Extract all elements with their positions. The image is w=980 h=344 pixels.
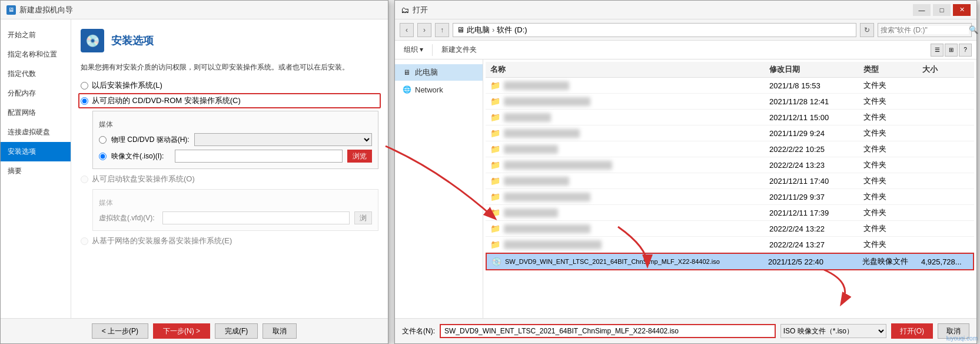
floppy-vfd-label: 虚拟软盘(.vfd)(V): xyxy=(99,213,158,223)
next-button[interactable]: 下一步(N) > xyxy=(153,323,210,339)
physical-drive-row: 物理 CD/DVD 驱动器(H): xyxy=(99,133,372,146)
dialog-sidebar: 🖥 此电脑 🌐 Network xyxy=(395,59,483,318)
minimize-button[interactable]: — xyxy=(913,4,931,16)
table-row[interactable]: 📁 ████████████████ 2021/11/29 9:37 文件夹 xyxy=(486,189,974,205)
option-cdrom[interactable]: 从可启动的 CD/DVD-ROM 安装操作系统(C) xyxy=(81,95,378,106)
view-buttons: ☰ ⊞ ? xyxy=(931,44,972,57)
filename-input[interactable] xyxy=(440,324,776,338)
blurred-filename: ██████████████████ xyxy=(504,240,602,249)
label-network[interactable]: 从基于网络的安装服务器安装操作系统(E) xyxy=(92,236,232,246)
radio-later[interactable] xyxy=(81,82,88,90)
wizard-description: 如果您拥有对安装介质的访问权限，则可以立即安装操作系统。或者也可以在后安装。 xyxy=(81,62,378,73)
col-modified[interactable]: 修改日期 xyxy=(769,64,863,75)
sidebar-computer-label: 此电脑 xyxy=(415,67,438,78)
back-nav-button[interactable]: ‹ xyxy=(400,23,414,37)
network-icon: 🌐 xyxy=(402,85,411,94)
label-floppy[interactable]: 从可启动软盘安装操作系统(O) xyxy=(92,174,195,184)
table-row[interactable]: 📁 ████████████ 2021/1/8 15:53 文件夹 xyxy=(486,78,974,94)
blurred-filename: ██████████████ xyxy=(504,129,580,138)
close-button[interactable]: ✕ xyxy=(953,4,971,16)
sidebar-item-network[interactable]: 配置网络 xyxy=(1,103,71,123)
col-name[interactable]: 名称 xyxy=(490,64,769,75)
file-name-cell: 📁 ██████████████ xyxy=(490,128,769,138)
table-row[interactable]: 📁 ████████████████ 2022/2/24 13:22 文件夹 xyxy=(486,221,974,237)
blurred-filename: ██████████ xyxy=(504,145,558,154)
floppy-media-label: 媒体 xyxy=(99,198,372,208)
sidebar-item-name[interactable]: 指定名称和位置 xyxy=(1,45,71,64)
option-network[interactable]: 从基于网络的安装服务器安装操作系统(E) xyxy=(81,236,378,246)
folder-icon: 📁 xyxy=(490,224,500,233)
sidebar-item-memory[interactable]: 分配内存 xyxy=(1,84,71,103)
label-cdrom[interactable]: 从可启动的 CD/DVD-ROM 安装操作系统(C) xyxy=(92,95,241,106)
table-row[interactable]: 📁 ██████████ 2022/2/22 10:25 文件夹 xyxy=(486,141,974,157)
breadcrumb: 🖥 此电脑 › 软件 (D:) xyxy=(453,23,856,37)
sidebar-item-network[interactable]: 🌐 Network xyxy=(395,82,483,97)
image-path-input[interactable]: D:\SW_DVD9_WIN_ENT_LTSC_2021_64BIT_ChnSi… xyxy=(175,150,343,163)
up-nav-button[interactable]: ↑ xyxy=(435,23,449,37)
search-box[interactable]: 🔍 xyxy=(878,23,972,37)
finish-button[interactable]: 完成(F) xyxy=(215,323,258,339)
wizard-cancel-button[interactable]: 取消 xyxy=(263,323,297,339)
sidebar-item-start[interactable]: 开始之前 xyxy=(1,25,71,45)
table-row[interactable]: 📁 ██████████ 2021/12/11 17:39 文件夹 xyxy=(486,205,974,221)
label-image[interactable]: 映像文件(.iso)(I): xyxy=(111,151,170,161)
sidebar-item-disk[interactable]: 连接虚拟硬盘 xyxy=(1,123,71,142)
sidebar-item-install[interactable]: 安装选项 xyxy=(1,142,71,161)
table-row[interactable]: 📁 ████████████████ 2021/11/28 12:41 文件夹 xyxy=(486,94,974,110)
help-button[interactable]: ? xyxy=(959,44,972,57)
wizard-title: 新建虚拟机向导 xyxy=(19,5,382,15)
table-row[interactable]: 📁 ██████████████ 2021/11/29 9:24 文件夹 xyxy=(486,125,974,141)
table-row[interactable]: 📁 ████████████ 2021/12/11 17:40 文件夹 xyxy=(486,173,974,189)
label-later[interactable]: 以后安装操作系统(L) xyxy=(92,80,162,91)
file-modified: 2021/12/5 22:40 xyxy=(768,257,862,266)
blurred-filename: ████████████ xyxy=(504,177,569,186)
file-modified: 2022/2/24 13:23 xyxy=(769,161,863,170)
file-modified: 2021/12/11 17:40 xyxy=(769,177,863,186)
table-row[interactable]: 📁 ████████ 2021/12/11 15:00 文件夹 xyxy=(486,110,974,125)
folder-icon: 📁 xyxy=(490,208,500,217)
wizard-icon: 🖥 xyxy=(6,5,16,15)
table-row[interactable]: 📁 ██████████████████ 2022/2/24 13:27 文件夹 xyxy=(486,237,974,253)
refresh-button[interactable]: ↻ xyxy=(860,23,874,37)
browse-button[interactable]: 浏览 xyxy=(347,150,372,163)
radio-cdrom[interactable] xyxy=(81,97,88,105)
option-later[interactable]: 以后安装操作系统(L) xyxy=(81,80,378,91)
open-button[interactable]: 打开(O) xyxy=(891,323,933,339)
file-modified: 2022/2/22 10:25 xyxy=(769,145,863,154)
watermark: luyouqi.com xyxy=(946,335,978,342)
breadcrumb-part2[interactable]: 软件 (D:) xyxy=(497,25,527,35)
sidebar-item-computer[interactable]: 🖥 此电脑 xyxy=(395,64,483,81)
sidebar-item-generation[interactable]: 指定代数 xyxy=(1,64,71,84)
option-floppy[interactable]: 从可启动软盘安装操作系统(O) xyxy=(81,174,378,184)
wizard-titlebar: 🖥 新建虚拟机向导 xyxy=(1,1,388,19)
sidebar-item-summary[interactable]: 摘要 xyxy=(1,161,71,181)
organize-button[interactable]: 组织 ▾ xyxy=(400,43,427,57)
iso-filename: SW_DVD9_WIN_ENT_LTSC_2021_64BIT_ChnSimp_… xyxy=(505,258,720,265)
back-button[interactable]: < 上一步(P) xyxy=(92,323,148,339)
view-list-button[interactable]: ⊞ xyxy=(945,44,958,57)
file-name-cell: 💿 SW_DVD9_WIN_ENT_LTSC_2021_64BIT_ChnSim… xyxy=(491,257,768,266)
radio-floppy[interactable] xyxy=(81,176,88,183)
physical-drive-select[interactable] xyxy=(194,133,372,146)
radio-physical[interactable] xyxy=(99,136,107,144)
blurred-filename: ████████ xyxy=(504,113,551,122)
forward-nav-button[interactable]: › xyxy=(417,23,431,37)
floppy-browse-button[interactable]: 浏 xyxy=(354,211,372,224)
view-details-button[interactable]: ☰ xyxy=(931,44,944,57)
media-section: 媒体 物理 CD/DVD 驱动器(H): 映像文件(.iso)(I): D:\S… xyxy=(92,111,378,169)
maximize-button[interactable]: □ xyxy=(933,4,951,16)
col-size[interactable]: 大小 xyxy=(922,64,969,75)
radio-network[interactable] xyxy=(81,237,88,245)
search-input[interactable] xyxy=(881,26,969,34)
iso-file-row[interactable]: 💿 SW_DVD9_WIN_ENT_LTSC_2021_64BIT_ChnSim… xyxy=(486,253,974,270)
label-physical[interactable]: 物理 CD/DVD 驱动器(H): xyxy=(111,135,190,145)
filetype-select[interactable]: ISO 映像文件（*.iso） xyxy=(780,324,886,338)
dialog-title-controls: — □ ✕ xyxy=(913,4,971,16)
breadcrumb-part1[interactable]: 此电脑 xyxy=(467,25,490,35)
radio-image[interactable] xyxy=(99,153,107,160)
table-row[interactable]: 📁 ████████████████████ 2022/2/24 13:23 文… xyxy=(486,157,974,173)
new-folder-button[interactable]: 新建文件夹 xyxy=(437,43,481,57)
media-label: 媒体 xyxy=(99,120,372,130)
col-type[interactable]: 类型 xyxy=(863,64,922,75)
floppy-vfd-input[interactable] xyxy=(162,211,350,224)
